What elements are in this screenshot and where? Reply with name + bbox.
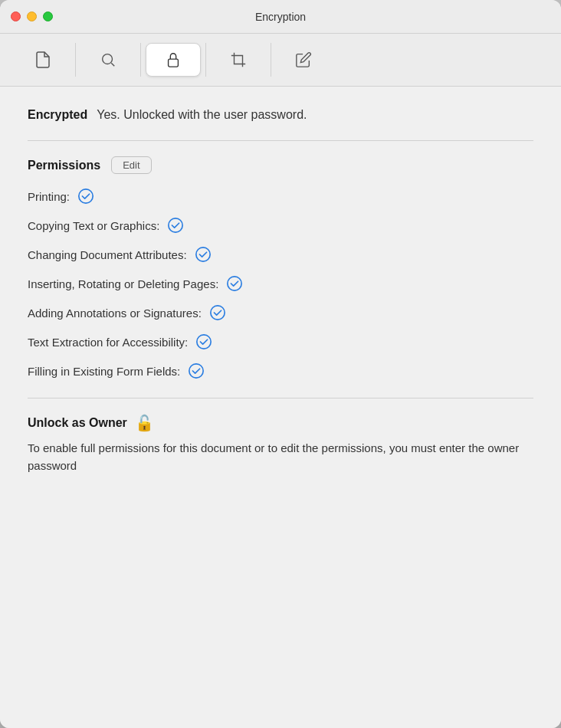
permission-row-changing: Changing Document Attributes: xyxy=(28,246,533,263)
toolbar-btn-document[interactable] xyxy=(15,43,71,77)
toolbar-separator-1 xyxy=(75,43,76,77)
permission-label-printing: Printing: xyxy=(28,190,70,203)
encrypted-label: Encrypted xyxy=(28,108,87,122)
permissions-title: Permissions xyxy=(28,159,100,172)
traffic-lights xyxy=(11,11,53,21)
toolbar-btn-edit[interactable] xyxy=(276,43,331,77)
permission-row-form-fields: Filling in Existing Form Fields: xyxy=(28,362,533,379)
svg-point-3 xyxy=(79,189,93,203)
permission-row-inserting: Inserting, Rotating or Deleting Pages: xyxy=(28,275,533,292)
permission-label-form-fields: Filling in Existing Form Fields: xyxy=(28,365,180,378)
svg-point-7 xyxy=(211,306,225,320)
permission-label-text-extraction: Text Extraction for Accessibility: xyxy=(28,336,188,349)
svg-point-0 xyxy=(103,54,113,64)
svg-point-9 xyxy=(189,364,203,378)
svg-point-5 xyxy=(195,248,209,261)
svg-line-1 xyxy=(111,63,114,66)
divider-1 xyxy=(28,140,533,141)
check-icon-copying xyxy=(167,217,184,234)
unlock-section: Unlock as Owner 🔓 To enable full permiss… xyxy=(28,414,533,474)
edit-button[interactable]: Edit xyxy=(111,156,151,174)
check-icon-inserting xyxy=(226,275,243,292)
permission-label-annotations: Adding Annotations or Signatures: xyxy=(28,307,202,320)
permission-row-printing: Printing: xyxy=(28,188,533,205)
toolbar-btn-lock[interactable] xyxy=(146,43,201,77)
window-title: Encryption xyxy=(255,11,306,23)
minimize-button[interactable] xyxy=(27,11,37,21)
check-icon-annotations xyxy=(209,304,226,321)
svg-rect-2 xyxy=(169,59,179,67)
check-icon-text-extraction xyxy=(195,333,212,350)
check-icon-printing xyxy=(77,188,94,205)
unlock-title: Unlock as Owner xyxy=(28,416,127,430)
permission-label-copying: Copying Text or Graphics: xyxy=(28,219,159,232)
permission-label-changing: Changing Document Attributes: xyxy=(28,248,187,261)
check-icon-changing xyxy=(195,246,212,263)
toolbar-separator-4 xyxy=(271,43,271,77)
permission-row-text-extraction: Text Extraction for Accessibility: xyxy=(28,333,533,350)
permission-row-annotations: Adding Annotations or Signatures: xyxy=(28,304,533,321)
encrypted-value: Yes. Unlocked with the user password. xyxy=(97,108,307,122)
close-button[interactable] xyxy=(11,11,21,21)
toolbar-btn-search[interactable] xyxy=(80,43,136,77)
unlock-header: Unlock as Owner 🔓 xyxy=(28,414,533,432)
main-window: Encryption xyxy=(0,0,561,728)
svg-point-4 xyxy=(169,218,182,232)
lock-emoji-icon: 🔓 xyxy=(135,414,154,432)
toolbar-separator-3 xyxy=(205,43,206,77)
encrypted-section: Encrypted Yes. Unlocked with the user pa… xyxy=(28,108,533,122)
permissions-header: Permissions Edit xyxy=(28,156,533,174)
divider-2 xyxy=(28,398,533,398)
toolbar xyxy=(0,34,561,87)
permission-row-copying: Copying Text or Graphics: xyxy=(28,217,533,234)
permissions-section: Permissions Edit Printing: Copying Text … xyxy=(28,156,533,379)
check-icon-form-fields xyxy=(188,362,205,379)
maximize-button[interactable] xyxy=(43,11,53,21)
svg-point-6 xyxy=(228,277,241,290)
toolbar-btn-crop[interactable] xyxy=(211,43,266,77)
svg-point-8 xyxy=(197,335,211,349)
titlebar: Encryption xyxy=(0,0,561,34)
encrypted-row: Encrypted Yes. Unlocked with the user pa… xyxy=(28,108,533,122)
permission-label-inserting: Inserting, Rotating or Deleting Pages: xyxy=(28,277,218,290)
toolbar-separator-2 xyxy=(140,43,141,77)
content-area: Encrypted Yes. Unlocked with the user pa… xyxy=(0,87,561,728)
unlock-description: To enable full permissions for this docu… xyxy=(28,440,533,474)
